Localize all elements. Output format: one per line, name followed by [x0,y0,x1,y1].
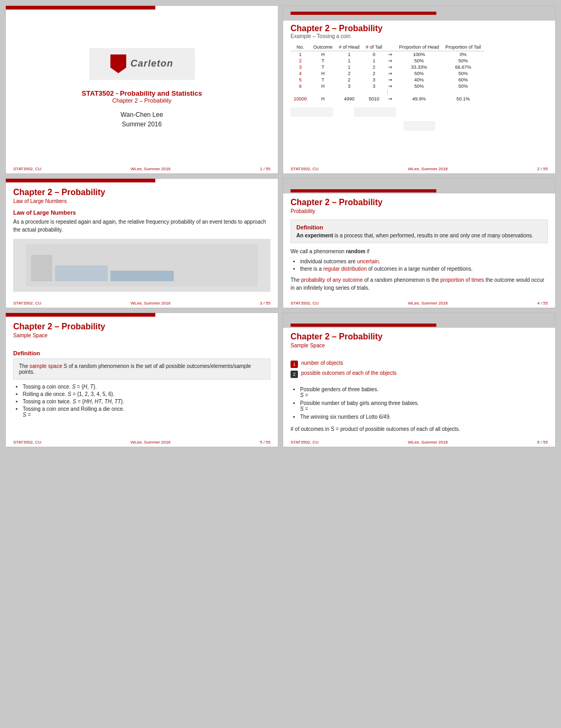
slide6-bullet-1: Possible genders of three babies.S = [300,386,548,398]
blur1 [291,107,333,117]
slide-footer: STAT3502, CU WLee, Summer 2016 6 / 55 [283,440,555,445]
top-bar [6,179,155,182]
slide2-top [283,6,555,21]
footer-left: STAT3502, CU [13,440,41,445]
footer-right: 1 / 55 [260,167,270,171]
top-bar [291,324,436,327]
random-intro: We call a phenomenon random if [291,247,548,255]
footer-left: STAT3502, CU [291,167,319,171]
slide-footer: STAT3502, CU WLee, Summer 2016 5 / 55 [6,440,278,445]
chart-placeholder [13,239,270,292]
top-bar [6,313,155,317]
chapter-title: Chapter 2 – Probability [113,97,172,104]
shield-icon [110,54,126,73]
chapter-header: Chapter 2 – Probability [291,198,548,207]
col-prop-tail: Proportion of Tail [442,43,484,51]
footer-left: STAT3502, CU [291,440,319,445]
sample-space-text: The sample space S of a random phenomeno… [19,363,251,375]
coin-toss-table: No. Outcome # of Head # of Tail Proporti… [291,43,484,102]
author: Wan-Chen Lee [120,111,163,118]
slide-2: Chapter 2 – Probability Example – Tossin… [283,5,556,174]
prob-text: The probability of any outcome of a rand… [291,276,548,292]
table-subtitle: Example – Tossing a coin [291,33,548,39]
course-title: STAT3502 - Probability and Statistics [82,89,202,97]
footer-right: 4 / 55 [537,301,548,306]
footer-left: STAT3502, CU [13,301,41,306]
chapter-sub: Law of Large Numbers [13,198,270,204]
definition-label: Definition [13,350,270,356]
slide6-content: Chapter 2 – Probability Sample Space 1 n… [283,328,555,447]
slide4-content: Chapter 2 – Probability Probability Defi… [283,193,555,306]
slide6-bullet-3: The winning six numbers of Lotto 6/49. [300,414,548,420]
example-1: Tossing a coin once. S = {H, T}. [23,384,270,390]
example-3: Tossing a coin twice. S = {HH, HT, TH, T… [23,399,270,404]
slide6-bullets: Possible genders of three babies.S = Pos… [291,386,548,420]
sample-space-examples: Tossing a coin once. S = {H, T}. Rolling… [13,384,270,418]
slide-1: Carleton STAT3502 - Probability and Stat… [5,5,278,174]
chapter-sub: Sample Space [291,343,548,348]
footer-right: 5 / 55 [260,440,270,445]
footer-center: WLee, Summer 2016 [130,440,171,445]
footer-center: WLee, Summer 2016 [130,167,171,171]
slide4-top [283,179,555,193]
definition-box: Definition An experiment is a process th… [291,219,548,243]
chapter-sub: Sample Space [13,333,270,338]
num-badge-2: 2 [291,371,298,378]
footer-center: WLee, Summer 2016 [408,440,448,445]
footer-left: STAT3502, CU [13,167,41,171]
slide-3: Chapter 2 – Probability Law of Large Num… [5,178,278,308]
table-chapter-title: Chapter 2 – Probability [291,24,548,33]
footer-center: WLee, Summer 2016 [130,301,171,306]
footer-right: 3 / 55 [260,301,270,306]
top-bar [291,12,436,15]
slide3-content: Chapter 2 – Probability Law of Large Num… [6,182,278,308]
definition-label: Definition [296,224,542,231]
slide6-bullet-2: Possible number of baby girls among thre… [300,400,548,412]
footer-center: WLee, Summer 2016 [408,167,448,171]
example-4: Tossing a coin once and Rolling a die on… [23,406,270,418]
numbered-item-1: 1 number of objects [291,360,548,368]
slide-4: Chapter 2 – Probability Probability Defi… [283,178,556,308]
blurred-section [291,105,548,119]
slide2-content: Chapter 2 – Probability Example – Tossin… [283,21,555,141]
item2-text: possible outcomes of each of the objects [301,370,397,376]
slide-footer: STAT3502, CU WLee, Summer 2016 2 / 55 [283,167,555,171]
chapter-header: Chapter 2 – Probability [291,332,548,342]
footer-right: 2 / 55 [537,167,548,171]
footer-center: WLee, Summer 2016 [408,301,448,306]
col-prop-head: Proportion of Head [396,43,442,51]
bullet-2: there is a regular distribution of outco… [300,266,548,272]
slides-grid: Carleton STAT3502 - Probability and Stat… [0,0,561,453]
blur2 [354,107,396,117]
slide-6: Chapter 2 – Probability Sample Space 1 n… [283,312,556,447]
numbered-item-2: 2 possible outcomes of each of the objec… [291,370,548,378]
title-slide-content: Carleton STAT3502 - Probability and Stat… [6,10,278,173]
slide-footer: STAT3502, CU WLee, Summer 2016 3 / 55 [6,301,278,306]
col-tails: # of Tail [363,43,386,51]
definition-text: An experiment is a process that, when pe… [296,233,542,238]
col-no: No. [291,43,310,51]
top-bar [291,189,436,192]
blur3 [291,121,548,131]
slide-footer: STAT3502, CU WLee, Summer 2016 4 / 55 [283,301,555,306]
num-badge-1: 1 [291,361,298,368]
logo-area: Carleton [89,48,195,80]
chapter-sub: Probability [291,208,548,214]
chapter-header: Chapter 2 – Probability [13,188,270,197]
body-text: As a procedure is repeated again and aga… [13,218,270,234]
random-bullets: individual outcomes are uncertain. there… [291,259,548,272]
col-arrow [385,43,396,51]
footer-right: 6 / 55 [537,440,548,445]
slide5-content: Chapter 2 – Probability Sample Space Def… [6,317,278,430]
bullet-1: individual outcomes are uncertain. [300,259,548,264]
section-label: Law of Large Numbers [13,209,270,216]
col-outcome: Outcome [310,43,336,51]
slide-5: Chapter 2 – Probability Sample Space Def… [5,312,278,447]
top-bar [6,6,155,10]
outcomes-formula: # of outcomes in S = product of possible… [291,425,548,433]
definition-box: The sample space S of a random phenomeno… [13,358,270,380]
slide6-top [283,313,555,328]
item1-text: number of objects [301,360,343,366]
date: Summer 2016 [122,121,162,128]
slide-footer: STAT3502, CU WLee, Summer 2016 1 / 55 [6,167,278,171]
